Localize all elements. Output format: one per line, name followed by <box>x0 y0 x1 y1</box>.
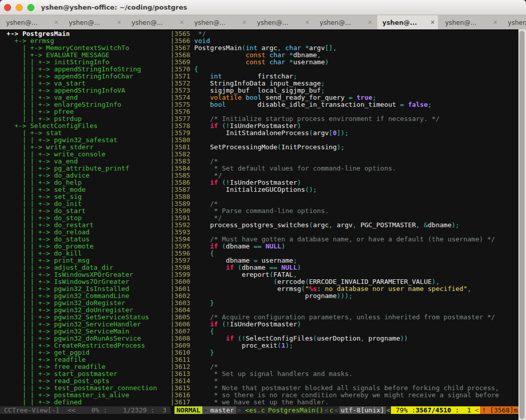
tree-item[interactable]: | | +-> IsWindows7OrGreater <box>3 278 169 285</box>
line-number: |3572 <box>170 79 194 87</box>
tab-label: yshen@... <box>257 19 302 26</box>
code-line: |3606 if (!IsUnderPostmaster) <box>170 321 518 328</box>
tree-item[interactable]: | | +-> pgwin32_IsInstalled <box>3 285 169 292</box>
tree-item[interactable]: | | +-> postmaster_is_alive <box>3 392 169 399</box>
tab-close-icon[interactable]: ✕ <box>493 19 498 26</box>
tree-item[interactable]: | | +-> do_stop <box>3 215 169 222</box>
tab-close-icon[interactable]: ✕ <box>54 19 59 26</box>
tree-item[interactable]: | | +-> get_pgpid <box>3 349 169 356</box>
separator-left-icon: < <box>333 406 339 414</box>
tree-item[interactable]: | +-> stat <box>3 130 169 137</box>
tab-close-icon[interactable]: ✕ <box>242 19 247 26</box>
window-minimize-button[interactable] <box>16 4 23 11</box>
tree-item[interactable]: | +-> EVALUATE_MESSAGE <box>3 52 169 59</box>
tree-item[interactable]: | | +-> va_start <box>3 80 169 87</box>
tree-item[interactable]: | | +-> pgwin32_ServiceMain <box>3 328 169 335</box>
tree-item[interactable]: | | +-> va_end <box>3 94 169 101</box>
tree-item[interactable]: | | +-> va_end <box>3 158 169 165</box>
tree-item[interactable]: | | +-> write_console <box>3 151 169 158</box>
tree-item[interactable]: | | +-> set_mode <box>3 186 169 193</box>
tab-close-icon[interactable]: ✕ <box>117 19 121 26</box>
line-number: |3580 <box>170 136 194 144</box>
scrollbar[interactable] <box>518 29 526 420</box>
tree-item[interactable]: | | +-> set_sig <box>3 193 169 200</box>
tree-item[interactable]: | | +-> do_start <box>3 207 169 215</box>
tree-item[interactable]: | | +-> enlargeStringInfo <box>3 101 169 108</box>
tree-item[interactable]: | +-> MemoryContextSwitchTo <box>3 45 169 52</box>
line-number: |3605 <box>170 313 194 321</box>
tree-item[interactable]: | | +-> do_status <box>3 236 169 243</box>
tab-1[interactable]: yshen@...✕ <box>1 15 62 29</box>
tree-item[interactable]: | | +-> pfree <box>3 108 169 115</box>
tab-6[interactable]: yshen@...✕ <box>315 15 375 29</box>
tree-item[interactable]: | | +-> print_msg <box>3 257 169 264</box>
vim-command-line[interactable] <box>0 414 518 420</box>
code-line: |3597 dbname = username; <box>170 257 518 264</box>
tree-item[interactable]: | | +-> pgwin32_SetServiceStatus <box>3 314 169 321</box>
code-pane[interactable]: |3565 */|3566 void|3567 PostgresMain(int… <box>170 30 518 406</box>
tree-item[interactable]: | | +-> pgwin32_doRunAsService <box>3 335 169 342</box>
tree-item[interactable]: | | +-> start_postmaster <box>3 370 169 377</box>
tree-item[interactable]: | | +-> appendStringInfoVA <box>3 87 169 94</box>
scrollbar-thumb[interactable] <box>519 31 524 419</box>
tree-item[interactable]: | | +-> pgwin32_safestat <box>3 137 169 144</box>
tree-item[interactable]: | | +-> defined <box>3 399 169 406</box>
tree-item[interactable]: | | +-> pgwin32_CommandLine <box>3 292 169 300</box>
tree-item[interactable]: | | +-> free_readfile <box>3 363 169 370</box>
tree-item[interactable]: | | +-> do_advice <box>3 172 169 179</box>
tab-3[interactable]: yshen@...✕ <box>126 15 187 29</box>
tree-item[interactable]: | | +-> do_init <box>3 200 169 207</box>
tree-item[interactable]: +-> errmsg <box>3 37 169 45</box>
tree-item[interactable]: | | +-> pgwin32_ServiceHandler <box>3 321 169 328</box>
tree-item[interactable]: | | +-> do_restart <box>3 222 169 229</box>
line-number: |3575 <box>170 101 194 108</box>
tab-9[interactable]: yshen@...✕ <box>503 15 526 29</box>
statusline-main: NORMAL > master > <es.c PostgresMain() <… <box>174 406 518 414</box>
line-number: |3592 <box>170 221 194 229</box>
tree-item[interactable]: | | +-> CreateRestrictedProcess <box>3 342 169 349</box>
window-close-button[interactable] <box>4 4 11 11</box>
line-number: |3579 <box>170 129 194 137</box>
titlebar[interactable]: yshen@yshen-office: ~/coding/postgres <box>0 0 526 15</box>
code-line: |3589 /* <box>170 200 518 207</box>
terminal-content[interactable]: +-> PostgresMain +-> errmsg | +-> Memory… <box>0 29 526 420</box>
code-line: |3617 * we have set up the handler. <box>170 399 518 406</box>
tree-item[interactable]: | | +-> pgwin32_doRegister <box>3 300 169 307</box>
tree-item[interactable]: | | +-> pgwin32_doUnregister <box>3 307 169 314</box>
tree-item[interactable]: | | +-> appendStringInfoString <box>3 66 169 73</box>
tree-item[interactable]: | | +-> IsWindowsXPOrGreater <box>3 271 169 278</box>
tree-item[interactable]: | | +-> test_postmaster_connection <box>3 385 169 392</box>
tab-close-icon[interactable]: ✕ <box>305 19 310 26</box>
tree-item[interactable]: +-> SelectConfigFiles <box>3 122 169 130</box>
tab-close-icon[interactable]: ✕ <box>180 19 184 26</box>
tree-item[interactable]: | | +-> do_reload <box>3 229 169 236</box>
tree-item[interactable]: | | +-> do_promote <box>3 243 169 250</box>
tree-item[interactable]: | | +-> appendStringInfoChar <box>3 73 169 80</box>
tab-close-icon[interactable]: ✕ <box>368 19 372 26</box>
tree-item[interactable]: | +-> write_stderr <box>3 144 169 151</box>
line-number: |3606 <box>170 320 194 328</box>
tree-item[interactable]: | | +-> do_help <box>3 179 169 186</box>
tab-close-icon[interactable]: ✕ <box>430 19 435 26</box>
code-line: |3612 /* <box>170 363 518 370</box>
tree-item[interactable]: | | +-> pstrdup <box>3 115 169 122</box>
tree-item[interactable]: | | +-> adjust_data_dir <box>3 264 169 271</box>
cctree-pane[interactable]: +-> PostgresMain +-> errmsg | +-> Memory… <box>3 30 169 406</box>
tree-item[interactable]: +-> PostgresMain <box>3 30 169 37</box>
tree-item[interactable]: | | +-> do_kill <box>3 250 169 257</box>
code-line: |3598 if (dbname == NULL) <box>170 264 518 271</box>
tab-8[interactable]: yshen@...✕ <box>440 15 501 29</box>
window-maximize-button[interactable] <box>27 4 34 11</box>
line-number: |3599 <box>170 271 194 278</box>
tab-4[interactable]: yshen@...✕ <box>189 15 250 29</box>
tree-item[interactable]: | | +-> initStringInfo <box>3 59 169 66</box>
tab-label: yshen@... <box>132 19 177 26</box>
tree-item[interactable]: | | +-> pg_attribute_printf <box>3 165 169 172</box>
tab-7[interactable]: yshen@...✕ <box>377 15 438 29</box>
code-line: |3568 const char *dbname, <box>170 52 518 59</box>
code-line: |3573 sigjmp_buf local_sigjmp_buf; <box>170 87 518 94</box>
tab-2[interactable]: yshen@...✕ <box>64 15 124 29</box>
tree-item[interactable]: | | +-> readfile <box>3 356 169 363</box>
tree-item[interactable]: | | +-> read_post_opts <box>3 377 169 385</box>
tab-5[interactable]: yshen@...✕ <box>252 15 313 29</box>
